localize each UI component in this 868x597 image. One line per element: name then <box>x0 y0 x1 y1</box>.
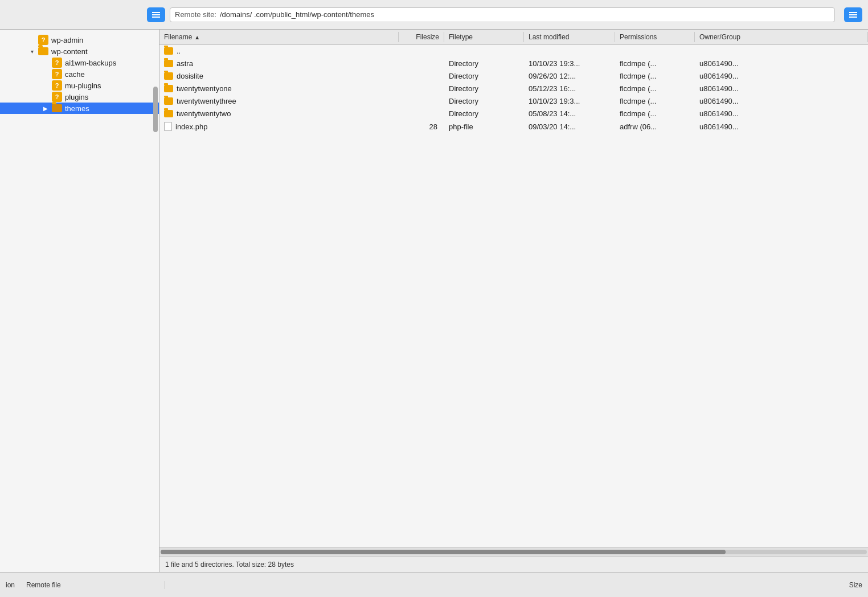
td-filename: dosislite <box>159 71 399 81</box>
td-permissions: adfrw (06... <box>615 121 695 132</box>
td-filesize: 28 <box>399 121 444 132</box>
left-panel-scroll[interactable]: wp-admin ▾ wp-content ai1wm-backu <box>0 30 159 572</box>
question-badge <box>52 80 62 91</box>
tree-label: cache <box>65 70 85 79</box>
td-filename: astra <box>159 58 399 69</box>
td-permissions: flcdmpe (... <box>615 83 695 94</box>
td-filesize <box>399 75 444 77</box>
tree-label: wp-admin <box>51 36 83 44</box>
tree-label: ai1wm-backups <box>65 59 116 67</box>
td-owner: u8061490... <box>695 121 868 132</box>
question-icon <box>51 58 63 67</box>
folder-icon <box>164 72 173 80</box>
td-filename: index.php <box>159 121 399 132</box>
th-filetype[interactable]: Filetype <box>444 32 524 42</box>
td-filetype: php-file <box>444 121 524 132</box>
filetype-label: Filetype <box>449 33 473 41</box>
td-lastmod: 09/03/20 14:... <box>524 121 615 132</box>
td-filesize <box>399 63 444 65</box>
filename-value: dosislite <box>177 72 203 80</box>
left-panel-dropdown-button[interactable] <box>147 7 165 22</box>
filename-value: twentytwentyone <box>177 84 232 93</box>
tree-item-wp-admin[interactable]: wp-admin <box>0 34 159 46</box>
folder-icon <box>164 60 173 67</box>
toggle-icon <box>41 81 50 90</box>
table-body[interactable]: .. astra Directory 10/10/23 19:3... flcd… <box>159 45 868 547</box>
folder-shape <box>38 47 48 55</box>
table-row[interactable]: dosislite Directory 09/26/20 12:... flcd… <box>159 70 868 83</box>
folder-icon <box>164 110 173 117</box>
bottom-bar-left: ion Remote file <box>6 581 165 589</box>
th-filesize[interactable]: Filesize <box>399 32 444 42</box>
tree-label: plugins <box>65 93 88 101</box>
tree-item-mu-plugins[interactable]: mu-plugins <box>0 80 159 91</box>
td-filetype: Directory <box>444 58 524 69</box>
td-owner: u8061490... <box>695 96 868 107</box>
table-row[interactable]: astra Directory 10/10/23 19:3... flcdmpe… <box>159 58 868 70</box>
td-filename: .. <box>159 46 399 56</box>
td-filename: twentytwentytwo <box>159 108 399 119</box>
th-owner[interactable]: Owner/Group <box>695 32 868 42</box>
question-icon <box>51 69 63 79</box>
folder-icon <box>164 85 173 92</box>
td-lastmod: 09/26/20 12:... <box>524 71 615 81</box>
tree-item-plugins[interactable]: plugins <box>0 91 159 103</box>
td-permissions: flcdmpe (... <box>615 108 695 119</box>
td-filename: twentytwentyone <box>159 83 399 94</box>
table-row[interactable]: index.php 28 php-file 09/03/20 14:... ad… <box>159 120 868 133</box>
sort-arrow-icon: ▲ <box>194 34 200 40</box>
owner-label: Owner/Group <box>699 33 740 41</box>
td-filesize <box>399 100 444 103</box>
file-icon <box>164 122 172 131</box>
th-permissions[interactable]: Permissions <box>615 32 695 42</box>
folder-shape <box>52 104 62 112</box>
question-icon <box>51 92 63 101</box>
status-bar: 1 file and 5 directories. Total size: 28… <box>159 556 868 572</box>
question-badge <box>52 92 62 102</box>
question-icon <box>51 81 63 90</box>
top-bar: Remote site: /domains/ .com/public_html/… <box>0 0 868 30</box>
td-filetype: Directory <box>444 108 524 119</box>
horizontal-scrollbar[interactable] <box>159 547 868 556</box>
table-row[interactable]: .. <box>159 45 868 58</box>
top-bar-left <box>6 7 165 22</box>
th-lastmod[interactable]: Last modified <box>524 32 615 42</box>
tree-label: mu-plugins <box>65 81 101 90</box>
td-owner: u8061490... <box>695 83 868 94</box>
toggle-icon <box>27 35 36 44</box>
tree-item-cache[interactable]: cache <box>0 68 159 80</box>
tree-item-ai1wm-backups[interactable]: ai1wm-backups <box>0 57 159 68</box>
td-permissions: flcdmpe (... <box>615 58 695 69</box>
td-permissions: flcdmpe (... <box>615 71 695 81</box>
toggle-icon <box>41 92 50 101</box>
remote-site-label: Remote site: <box>175 10 216 19</box>
td-filetype: Directory <box>444 71 524 81</box>
left-panel: wp-admin ▾ wp-content ai1wm-backu <box>0 30 159 572</box>
td-filetype: Directory <box>444 83 524 94</box>
filename-label: Filename <box>164 33 192 41</box>
td-lastmod <box>524 50 615 52</box>
td-lastmod: 05/12/23 16:... <box>524 83 615 94</box>
toggle-icon: ▾ <box>27 47 36 56</box>
td-lastmod: 05/08/23 14:... <box>524 108 615 119</box>
left-scrollbar[interactable] <box>153 87 158 132</box>
tree-item-wp-content[interactable]: ▾ wp-content <box>0 46 159 57</box>
td-lastmod: 10/10/23 19:3... <box>524 96 615 107</box>
td-permissions <box>615 50 695 52</box>
table-row[interactable]: twentytwentyone Directory 05/12/23 16:..… <box>159 83 868 95</box>
remote-site-dropdown-button[interactable] <box>844 7 862 22</box>
bottom-left-remote-file: Remote file <box>26 581 61 589</box>
scroll-thumb[interactable] <box>161 550 726 554</box>
tree-item-themes[interactable]: ▶ themes <box>0 103 159 114</box>
question-badge <box>52 69 62 79</box>
td-filetype: Directory <box>444 96 524 107</box>
toggle-icon: ▶ <box>41 104 50 113</box>
th-filename[interactable]: Filename ▲ <box>159 32 399 42</box>
bottom-bar: ion Remote file Size <box>0 572 868 597</box>
remote-site-bar: Remote site: /domains/ .com/public_html/… <box>170 7 835 22</box>
table-row[interactable]: twentytwentytwo Directory 05/08/23 14:..… <box>159 108 868 120</box>
table-row[interactable]: twentytwentythree Directory 10/10/23 19:… <box>159 95 868 108</box>
toggle-icon <box>41 69 50 79</box>
right-panel: Filename ▲ Filesize Filetype Last modifi… <box>159 30 868 572</box>
remote-site-path: /domains/ .com/public_html/wp-content/th… <box>220 10 830 19</box>
